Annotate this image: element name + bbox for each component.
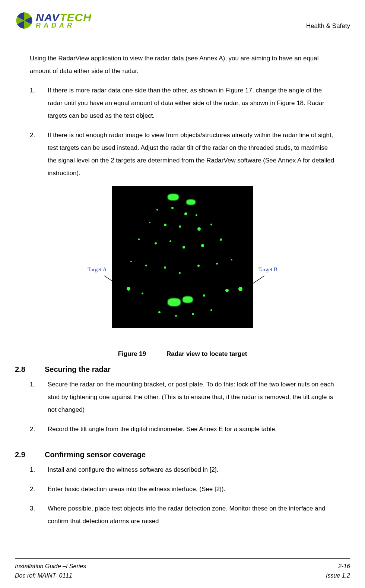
item-text: If there is more radar data one side tha… <box>48 84 335 122</box>
radar-figure: Target A Target B <box>88 186 277 343</box>
item-number: 1. <box>30 84 48 122</box>
caption-text: Radar view to locate target <box>166 350 247 357</box>
item-number: 3. <box>30 502 48 528</box>
list-item: 2. If there is not enough radar image to… <box>30 129 335 180</box>
svg-line-2 <box>242 276 264 291</box>
item-number: 2. <box>30 423 48 436</box>
footer-guide-title: Installation Guide –I Series <box>15 562 86 571</box>
item-text: Install and configure the witness softwa… <box>48 464 335 476</box>
section-2-9-heading: 2.9 Confirming sensor coverage <box>15 451 335 459</box>
page-content: Using the RadarView application to view … <box>15 52 350 528</box>
item-text: If there is not enough radar image to vi… <box>48 129 335 180</box>
caption-number: Figure 19 <box>118 350 146 357</box>
section-number: 2.8 <box>15 365 45 374</box>
footer-page-number: 2-16 <box>338 562 350 571</box>
list-item: 3. Where possible, place test objects in… <box>30 502 335 528</box>
section-2-9-list: 1. Install and configure the witness sof… <box>30 464 335 528</box>
list-item: 1. Install and configure the witness sof… <box>30 464 335 476</box>
page-footer: Installation Guide –I Series 2-16 Doc re… <box>15 558 350 581</box>
svg-marker-3 <box>242 287 246 291</box>
header-section-label: Health & Safety <box>306 22 350 30</box>
figure-caption: Figure 19 Radar view to locate target <box>30 350 335 358</box>
logo-subtitle: RADAR <box>36 22 92 28</box>
section-2-8-heading: 2.8 Securing the radar <box>15 365 335 374</box>
footer-issue: Issue 1.2 <box>326 571 350 581</box>
radar-screenshot <box>112 186 253 328</box>
arrow-a-icon <box>99 274 132 294</box>
list-item: 1. Secure the radar on the mounting brac… <box>30 378 335 416</box>
figure-19: Target A Target B Figure 19 Radar view t… <box>30 186 335 358</box>
intro-paragraph: Using the RadarView application to view … <box>30 52 335 78</box>
section-title: Securing the radar <box>45 365 111 374</box>
target-a-label: Target A <box>88 266 107 273</box>
arrow-b-icon <box>237 274 270 294</box>
item-text: Enter basic detection areas into the wit… <box>48 483 335 496</box>
item-text: Where possible, place test objects into … <box>48 502 335 528</box>
item-number: 2. <box>30 483 48 496</box>
footer-doc-ref: Doc ref: MAINT- 0111 <box>15 571 72 581</box>
logo: NAVTECH RADAR <box>15 11 92 30</box>
item-number: 2. <box>30 129 48 180</box>
item-text: Record the tilt angle from the digital i… <box>48 423 335 436</box>
list-item: 2. Enter basic detection areas into the … <box>30 483 335 496</box>
target-b-label: Target B <box>258 266 277 273</box>
steps-list-a: 1. If there is more radar data one side … <box>30 84 335 180</box>
item-number: 1. <box>30 378 48 416</box>
item-text: Secure the radar on the mounting bracket… <box>48 378 335 416</box>
svg-marker-1 <box>123 287 127 291</box>
section-number: 2.9 <box>15 451 45 459</box>
section-2-8-list: 1. Secure the radar on the mounting brac… <box>30 378 335 436</box>
logo-icon <box>15 11 34 30</box>
section-title: Confirming sensor coverage <box>45 451 146 459</box>
list-item: 2. Record the tilt angle from the digita… <box>30 423 335 436</box>
page-header: NAVTECH RADAR Health & Safety <box>15 11 350 30</box>
list-item: 1. If there is more radar data one side … <box>30 84 335 122</box>
svg-line-0 <box>104 276 127 291</box>
item-number: 1. <box>30 464 48 476</box>
